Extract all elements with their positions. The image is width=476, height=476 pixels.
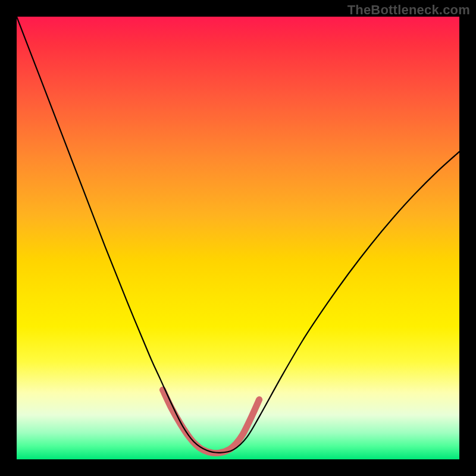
chart-frame: TheBottleneck.com (0, 0, 476, 476)
plot-area (17, 17, 459, 459)
highlight-trough-path (163, 390, 259, 453)
curve-layer (17, 17, 459, 459)
main-curve-path (17, 17, 459, 453)
watermark-text: TheBottleneck.com (347, 2, 470, 18)
